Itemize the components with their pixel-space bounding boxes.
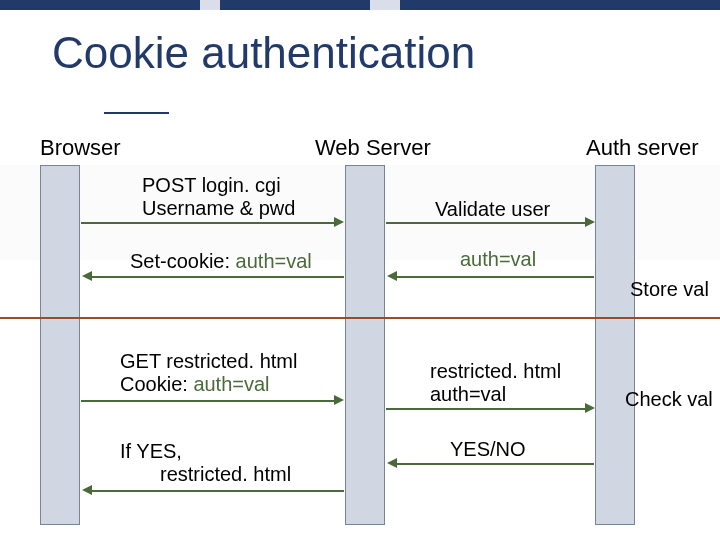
msg-forward-restricted-line1: restricted. html (430, 360, 561, 383)
msg-forward-restricted: restricted. html auth=val (430, 360, 561, 406)
phase-divider (0, 317, 720, 319)
msg-auth-val-back: auth=val (460, 248, 536, 271)
arrow-m4-head (387, 271, 397, 281)
msg-post-login: POST login. cgi Username & pwd (142, 174, 295, 220)
lane-auth: Auth server (586, 135, 699, 161)
arrow-m7 (92, 490, 344, 492)
lifeline-auth (595, 165, 635, 525)
note-check-val: Check val (625, 388, 713, 411)
lane-web: Web Server (315, 135, 431, 161)
msg-get-restricted: GET restricted. html Cookie: auth=val (120, 350, 297, 396)
msg-if-yes-line1: If YES, (120, 440, 291, 463)
lifeline-web (345, 165, 385, 525)
arrow-m2-head (585, 217, 595, 227)
page-title: Cookie authentication (52, 28, 475, 78)
msg-get-restricted-line1: GET restricted. html (120, 350, 297, 373)
arrow-m3-head (82, 271, 92, 281)
msg-if-yes: If YES, restricted. html (120, 440, 291, 486)
msg-set-cookie-val: auth=val (236, 250, 312, 272)
arrow-m3 (92, 276, 344, 278)
arrow-m2 (386, 222, 586, 224)
arrow-m6-head (585, 403, 595, 413)
arrow-m1-head (334, 217, 344, 227)
arrow-m5-head (334, 395, 344, 405)
arrow-m6 (386, 408, 586, 410)
msg-get-restricted-line2-prefix: Cookie: (120, 373, 193, 395)
msg-get-restricted-line2-val: auth=val (193, 373, 269, 395)
msg-if-yes-line2: restricted. html (120, 463, 291, 486)
msg-post-login-line1: POST login. cgi (142, 174, 295, 197)
msg-validate-user: Validate user (435, 198, 550, 221)
lane-browser: Browser (40, 135, 121, 161)
msg-set-cookie: Set-cookie: auth=val (130, 250, 312, 273)
lifeline-browser (40, 165, 80, 525)
msg-yes-no: YES/NO (450, 438, 526, 461)
arrow-m5 (81, 400, 335, 402)
arrow-m7-head (82, 485, 92, 495)
msg-set-cookie-prefix: Set-cookie: (130, 250, 236, 272)
title-underline (104, 112, 169, 114)
msg-forward-restricted-line2: auth=val (430, 383, 561, 406)
msg-post-login-line2: Username & pwd (142, 197, 295, 220)
arrow-m8 (397, 463, 594, 465)
top-strip (0, 0, 720, 10)
arrow-m4 (397, 276, 594, 278)
arrow-m8-head (387, 458, 397, 468)
note-store-val: Store val (630, 278, 709, 301)
arrow-m1 (81, 222, 335, 224)
